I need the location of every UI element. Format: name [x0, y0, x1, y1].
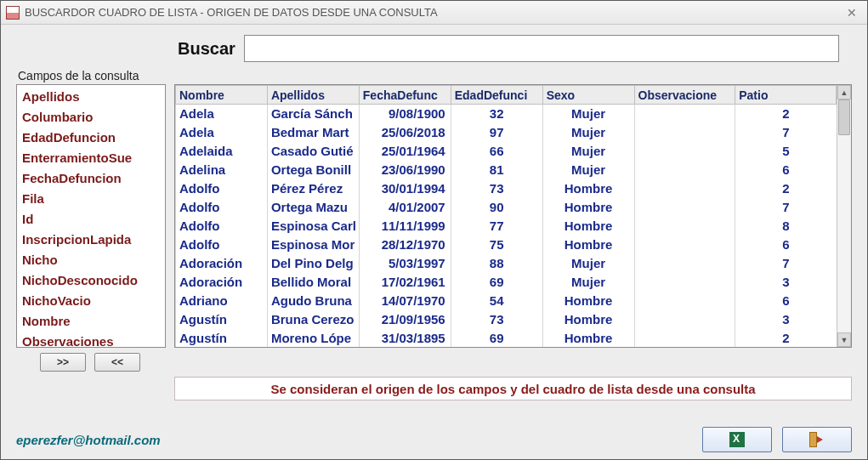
table-row[interactable]: AdelaidaCasado Gutié25/01/196466Mujer5 [176, 142, 837, 161]
grid-cell-patio[interactable]: 8 [735, 217, 837, 236]
grid-cell-nombre[interactable]: Adolfo [176, 217, 268, 236]
scroll-thumb[interactable] [838, 99, 850, 135]
scroll-up-icon[interactable]: ▲ [837, 85, 851, 99]
grid-cell-obs[interactable] [634, 310, 735, 329]
grid-cell-sexo[interactable]: Mujer [542, 161, 634, 179]
grid-cell-edad[interactable]: 77 [451, 217, 542, 236]
scroll-track[interactable] [837, 99, 851, 332]
grid-cell-obs[interactable] [634, 273, 735, 292]
grid-cell-edad[interactable]: 73 [451, 179, 542, 198]
close-icon[interactable]: ✕ [842, 6, 862, 20]
grid-cell-edad[interactable]: 90 [451, 198, 542, 217]
grid-cell-edad[interactable]: 75 [451, 236, 542, 254]
grid-cell-apellidos[interactable]: Bellido Moral [267, 273, 359, 292]
table-row[interactable]: AdelinaOrtega Bonill23/06/199081Mujer6 [176, 161, 837, 179]
data-grid[interactable]: NombreApellidosFechaDefuncEdadDefunciSex… [174, 84, 852, 348]
field-list-item[interactable]: Observaciones [17, 332, 165, 348]
grid-cell-sexo[interactable]: Mujer [542, 105, 634, 123]
grid-cell-apellidos[interactable]: Del Pino Delg [267, 254, 359, 273]
grid-cell-apellidos[interactable]: Bedmar Mart [267, 123, 359, 142]
grid-cell-apellidos[interactable]: Ortega Bonill [267, 161, 359, 179]
grid-cell-sexo[interactable]: Hombre [542, 310, 634, 329]
grid-cell-fecha[interactable]: 21/09/1956 [359, 310, 451, 329]
grid-cell-apellidos[interactable]: Ortega Mazu [267, 198, 359, 217]
exit-button[interactable] [782, 427, 852, 452]
grid-cell-patio[interactable]: 2 [735, 179, 837, 198]
grid-cell-edad[interactable]: 32 [451, 105, 542, 123]
grid-cell-sexo[interactable]: Mujer [542, 142, 634, 161]
grid-header[interactable]: Nombre [176, 86, 268, 105]
table-row[interactable]: AgustínMoreno Lópe31/03/189569Hombre2 [176, 329, 837, 348]
grid-cell-sexo[interactable]: Hombre [542, 179, 634, 198]
grid-cell-patio[interactable]: 6 [735, 236, 837, 254]
field-list-item[interactable]: EdadDefuncion [17, 128, 165, 148]
grid-cell-fecha[interactable]: 25/01/1964 [359, 142, 451, 161]
grid-header[interactable]: EdadDefunci [451, 86, 542, 105]
grid-cell-fecha[interactable]: 9/08/1900 [359, 105, 451, 123]
field-list-item[interactable]: Nombre [17, 311, 165, 332]
grid-cell-nombre[interactable]: Adolfo [176, 236, 268, 254]
grid-cell-apellidos[interactable]: Espinosa Carl [267, 217, 359, 236]
grid-cell-edad[interactable]: 66 [451, 142, 542, 161]
grid-cell-patio[interactable]: 3 [735, 310, 837, 329]
forward-button[interactable]: >> [40, 353, 86, 372]
grid-cell-nombre[interactable]: Adela [176, 123, 268, 142]
grid-cell-patio[interactable]: 5 [735, 142, 837, 161]
table-row[interactable]: AgustínBruna Cerezo21/09/195673Hombre3 [176, 310, 837, 329]
grid-cell-patio[interactable]: 7 [735, 254, 837, 273]
grid-cell-obs[interactable] [634, 236, 735, 254]
grid-cell-fecha[interactable]: 25/06/2018 [359, 123, 451, 142]
grid-cell-fecha[interactable]: 17/02/1961 [359, 273, 451, 292]
grid-cell-sexo[interactable]: Hombre [542, 236, 634, 254]
grid-header[interactable]: Observacione [634, 86, 735, 105]
grid-cell-sexo[interactable]: Hombre [542, 329, 634, 348]
table-row[interactable]: AdoraciónBellido Moral17/02/196169Mujer3 [176, 273, 837, 292]
grid-cell-nombre[interactable]: Adoración [176, 273, 268, 292]
grid-header[interactable]: Apellidos [267, 86, 359, 105]
grid-header[interactable]: FechaDefunc [359, 86, 451, 105]
grid-cell-edad[interactable]: 73 [451, 310, 542, 329]
grid-cell-fecha[interactable]: 5/03/1997 [359, 254, 451, 273]
grid-cell-fecha[interactable]: 23/06/1990 [359, 161, 451, 179]
grid-header[interactable]: Patio [735, 86, 837, 105]
field-list-item[interactable]: NichoDesconocido [17, 270, 165, 291]
grid-cell-patio[interactable]: 7 [735, 198, 837, 217]
grid-cell-obs[interactable] [634, 179, 735, 198]
grid-cell-nombre[interactable]: Agustín [176, 310, 268, 329]
field-list-item[interactable]: Fila [17, 189, 165, 209]
grid-cell-patio[interactable]: 2 [735, 329, 837, 348]
grid-cell-obs[interactable] [634, 217, 735, 236]
grid-cell-sexo[interactable]: Hombre [542, 292, 634, 310]
grid-cell-obs[interactable] [634, 105, 735, 123]
grid-cell-nombre[interactable]: Adela [176, 105, 268, 123]
table-row[interactable]: AdolfoPérez Pérez30/01/199473Hombre2 [176, 179, 837, 198]
table-row[interactable]: AdelaBedmar Mart25/06/201897Mujer7 [176, 123, 837, 142]
grid-cell-fecha[interactable]: 4/01/2007 [359, 198, 451, 217]
field-list-item[interactable]: FechaDefuncion [17, 168, 165, 189]
grid-cell-obs[interactable] [634, 198, 735, 217]
grid-cell-edad[interactable]: 69 [451, 273, 542, 292]
grid-cell-nombre[interactable]: Agustín [176, 329, 268, 348]
grid-cell-sexo[interactable]: Mujer [542, 254, 634, 273]
grid-cell-nombre[interactable]: Adriano [176, 292, 268, 310]
field-list-item[interactable]: EnterramientoSue [17, 148, 165, 168]
grid-cell-patio[interactable]: 7 [735, 123, 837, 142]
grid-cell-apellidos[interactable]: Espinosa Mor [267, 236, 359, 254]
grid-cell-sexo[interactable]: Hombre [542, 198, 634, 217]
grid-cell-obs[interactable] [634, 123, 735, 142]
grid-cell-apellidos[interactable]: Bruna Cerezo [267, 310, 359, 329]
grid-cell-apellidos[interactable]: Agudo Bruna [267, 292, 359, 310]
grid-cell-obs[interactable] [634, 254, 735, 273]
grid-cell-apellidos[interactable]: Pérez Pérez [267, 179, 359, 198]
grid-cell-sexo[interactable]: Mujer [542, 123, 634, 142]
grid-cell-apellidos[interactable]: Casado Gutié [267, 142, 359, 161]
grid-cell-sexo[interactable]: Mujer [542, 273, 634, 292]
scroll-down-icon[interactable]: ▼ [837, 332, 851, 347]
grid-cell-edad[interactable]: 69 [451, 329, 542, 348]
grid-header[interactable]: Sexo [542, 86, 634, 105]
table-row[interactable]: AdolfoOrtega Mazu4/01/200790Hombre7 [176, 198, 837, 217]
grid-cell-patio[interactable]: 3 [735, 273, 837, 292]
table-row[interactable]: AdelaGarcía Sánch9/08/190032Mujer2 [176, 105, 837, 123]
grid-cell-apellidos[interactable]: García Sánch [267, 105, 359, 123]
grid-cell-obs[interactable] [634, 161, 735, 179]
